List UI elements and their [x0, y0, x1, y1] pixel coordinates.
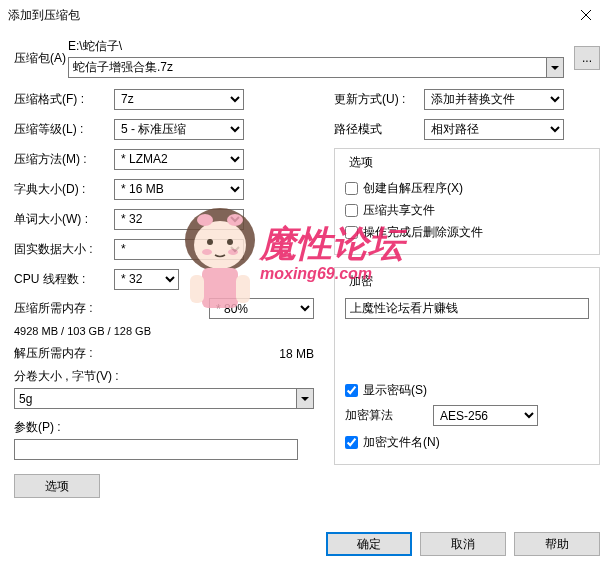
level-select[interactable]: 5 - 标准压缩: [114, 119, 244, 140]
pathmode-label: 路径模式: [334, 121, 424, 138]
archive-path: E:\蛇信子\: [68, 38, 564, 55]
sfx-row[interactable]: 创建自解压程序(X): [345, 180, 589, 197]
archive-filename-input[interactable]: [68, 57, 547, 78]
method-select[interactable]: * LZMA2: [114, 149, 244, 170]
dict-label: 字典大小(D) :: [14, 181, 114, 198]
cpu-label: CPU 线程数 :: [14, 271, 114, 288]
close-icon: [581, 10, 591, 20]
show-password-label: 显示密码(S): [363, 382, 427, 399]
ok-button[interactable]: 确定: [326, 532, 412, 556]
archive-dropdown-button[interactable]: [547, 57, 564, 78]
delete-label: 操作完成后删除源文件: [363, 224, 483, 241]
compress-mem-label: 压缩所需内存 :: [14, 300, 209, 317]
encrypt-names-label: 加密文件名(N): [363, 434, 440, 451]
shared-label: 压缩共享文件: [363, 202, 435, 219]
options-button[interactable]: 选项: [14, 474, 100, 498]
archive-label: 压缩包(A): [14, 50, 68, 67]
update-select[interactable]: 添加并替换文件: [424, 89, 564, 110]
compress-mem-select[interactable]: * 80%: [209, 298, 314, 319]
method-label: 压缩方法(M) :: [14, 151, 114, 168]
show-password-checkbox[interactable]: [345, 384, 358, 397]
chevron-down-icon: [551, 66, 559, 70]
shared-checkbox[interactable]: [345, 204, 358, 217]
compress-mem-detail: 4928 MB / 103 GB / 128 GB: [14, 325, 314, 337]
options-fieldset: 选项 创建自解压程序(X) 压缩共享文件 操作完成后删除源文件: [334, 148, 600, 255]
volume-dropdown-button[interactable]: [297, 388, 314, 409]
shared-row[interactable]: 压缩共享文件: [345, 202, 589, 219]
params-input[interactable]: [14, 439, 298, 460]
pathmode-select[interactable]: 相对路径: [424, 119, 564, 140]
help-button[interactable]: 帮助: [514, 532, 600, 556]
word-select[interactable]: * 32: [114, 209, 244, 230]
volume-label: 分卷大小 , 字节(V) :: [14, 368, 314, 385]
decompress-mem-label: 解压所需内存 :: [14, 345, 279, 362]
solid-label: 固实数据大小 :: [14, 241, 114, 258]
password-input[interactable]: [345, 298, 589, 319]
level-label: 压缩等级(L) :: [14, 121, 114, 138]
enc-algo-select[interactable]: AES-256: [433, 405, 538, 426]
cpu-select[interactable]: * 32: [114, 269, 179, 290]
encryption-title: 加密: [345, 273, 377, 290]
cancel-button[interactable]: 取消: [420, 532, 506, 556]
params-label: 参数(P) :: [14, 419, 314, 436]
update-label: 更新方式(U) :: [334, 91, 424, 108]
format-label: 压缩格式(F) :: [14, 91, 114, 108]
volume-input[interactable]: [14, 388, 297, 409]
delete-row[interactable]: 操作完成后删除源文件: [345, 224, 589, 241]
solid-select[interactable]: *: [114, 239, 244, 260]
word-label: 单词大小(W) :: [14, 211, 114, 228]
delete-checkbox[interactable]: [345, 226, 358, 239]
window-title: 添加到压缩包: [8, 7, 80, 24]
encrypt-names-row[interactable]: 加密文件名(N): [345, 434, 589, 451]
dict-select[interactable]: * 16 MB: [114, 179, 244, 200]
options-title: 选项: [345, 154, 377, 171]
encrypt-names-checkbox[interactable]: [345, 436, 358, 449]
sfx-checkbox[interactable]: [345, 182, 358, 195]
browse-button[interactable]: ...: [574, 46, 600, 70]
decompress-mem-value: 18 MB: [279, 347, 314, 361]
sfx-label: 创建自解压程序(X): [363, 180, 463, 197]
format-select[interactable]: 7z: [114, 89, 244, 110]
close-button[interactable]: [566, 0, 606, 30]
chevron-down-icon: [301, 397, 309, 401]
encryption-fieldset: 加密 显示密码(S) 加密算法 AES-256 加密文件名(N): [334, 267, 600, 465]
show-password-row[interactable]: 显示密码(S): [345, 382, 589, 399]
enc-algo-label: 加密算法: [345, 407, 425, 424]
